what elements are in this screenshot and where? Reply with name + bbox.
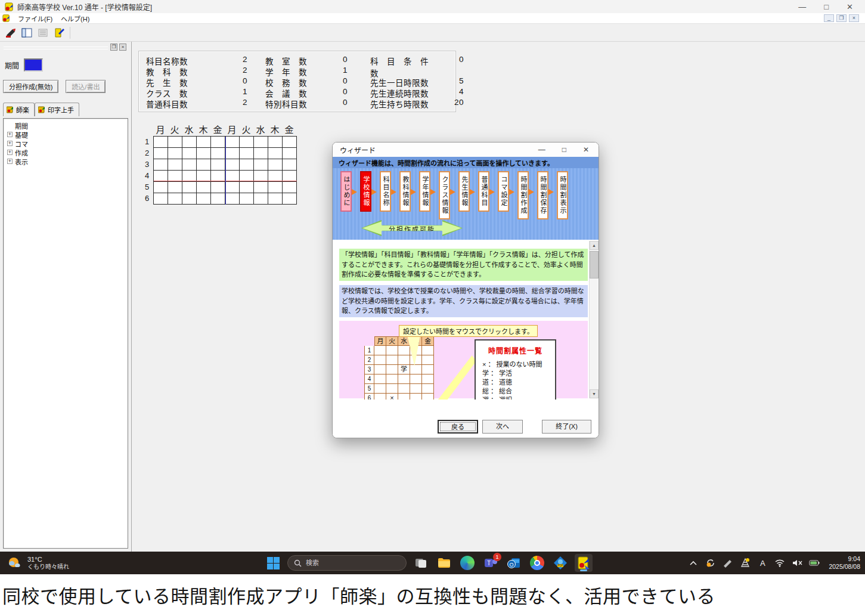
search-input[interactable]	[306, 559, 395, 567]
timetable-cell[interactable]	[225, 159, 240, 171]
timetable-cell[interactable]	[225, 148, 240, 159]
timetable-cell[interactable]	[182, 148, 197, 159]
timetable-cell[interactable]	[254, 148, 268, 159]
volume-muted-icon[interactable]	[792, 558, 802, 568]
period-color-swatch[interactable]	[24, 58, 43, 72]
timetable-cell[interactable]	[182, 159, 197, 171]
share-create-button[interactable]: 分担作成(無効)	[3, 80, 58, 93]
timetable-cell[interactable]	[154, 193, 168, 205]
start-button[interactable]	[264, 554, 282, 572]
tree-expander-icon[interactable]	[7, 159, 13, 164]
tree-expander-icon[interactable]	[7, 141, 13, 146]
chrome-icon[interactable]	[528, 554, 546, 572]
timetable-cell[interactable]	[240, 182, 254, 193]
back-button[interactable]: 戻る	[438, 420, 478, 434]
timetable-cell[interactable]	[211, 137, 225, 148]
wizard-maximize-icon[interactable]: □	[562, 146, 566, 154]
scrollbar-thumb[interactable]	[590, 251, 599, 278]
tree-expander-icon[interactable]	[7, 132, 13, 137]
timetable-cell[interactable]	[211, 193, 225, 205]
timetable-cell[interactable]	[240, 159, 254, 171]
timetable-cell[interactable]	[182, 182, 197, 193]
panel-grip[interactable]	[4, 47, 108, 51]
timetable-cell[interactable]	[283, 159, 297, 171]
shigaku-app-icon[interactable]	[575, 554, 593, 572]
tree-item[interactable]: 表示	[5, 157, 126, 166]
wifi-icon[interactable]	[774, 558, 785, 568]
wizard-title-bar[interactable]: ウィザード — □ ✕	[333, 143, 599, 157]
tree-item[interactable]: コマ	[5, 139, 126, 148]
timetable-cell[interactable]	[254, 182, 268, 193]
taskbar-clock[interactable]: 9:04 2025/08/08	[826, 555, 860, 571]
mdi-restore-icon[interactable]: ❐	[836, 14, 847, 22]
ime-mode-indicator[interactable]: A	[757, 558, 768, 568]
close-icon[interactable]: ✕	[847, 2, 853, 11]
timetable-cell[interactable]	[268, 182, 283, 193]
timetable-cell[interactable]	[197, 137, 211, 148]
timetable-cell[interactable]	[240, 137, 254, 148]
timetable-cell[interactable]	[197, 148, 211, 159]
menu-file[interactable]: ファイル(F)	[14, 14, 57, 23]
timetable-cell[interactable]	[225, 193, 240, 205]
timetable-cell[interactable]	[168, 193, 182, 205]
wizard-close-icon[interactable]: ✕	[583, 146, 589, 154]
list-view-icon[interactable]	[35, 26, 50, 40]
stamp-tool-icon[interactable]	[3, 26, 18, 40]
teams-icon[interactable]: T 1	[482, 554, 500, 572]
timetable-cell[interactable]	[182, 193, 197, 205]
timetable-cell[interactable]	[154, 137, 168, 148]
edit-note-icon[interactable]	[51, 26, 66, 40]
pdf-app-icon[interactable]: PDF	[551, 554, 569, 572]
timetable-cell[interactable]	[240, 148, 254, 159]
wizard-scrollbar[interactable]: ▲ ▼	[589, 241, 598, 398]
notification-app-icon[interactable]	[740, 558, 751, 568]
timetable-cell[interactable]	[197, 193, 211, 205]
timetable-cell[interactable]	[168, 159, 182, 171]
timetable-cell[interactable]	[211, 159, 225, 171]
file-explorer-icon[interactable]	[435, 554, 453, 572]
timetable-cell[interactable]	[283, 148, 297, 159]
timetable-cell[interactable]	[254, 137, 268, 148]
timetable-cell[interactable]	[182, 137, 197, 148]
outlook-icon[interactable]: O	[505, 554, 523, 572]
scroll-up-icon[interactable]: ▲	[590, 241, 599, 250]
timetable-cell[interactable]	[154, 182, 168, 193]
timetable-cell[interactable]	[268, 193, 283, 205]
tree-expander-icon[interactable]	[7, 150, 13, 155]
timetable-cell[interactable]	[225, 137, 240, 148]
panel-tab[interactable]: 印字上手	[35, 103, 79, 116]
timetable-cell[interactable]	[254, 193, 268, 205]
mdi-minimize-icon[interactable]: _	[824, 14, 834, 22]
pen-tool-icon[interactable]	[723, 558, 733, 568]
exit-button[interactable]: 終了(X)	[542, 420, 591, 434]
weather-widget[interactable]: 31°C くもり時々晴れ	[0, 555, 119, 571]
timetable-cell[interactable]	[225, 182, 240, 193]
timetable-cell[interactable]	[211, 148, 225, 159]
timetable-cell[interactable]	[268, 148, 283, 159]
tray-expand-icon[interactable]	[688, 558, 699, 568]
battery-icon[interactable]	[809, 558, 820, 568]
maximize-icon[interactable]: □	[824, 2, 829, 11]
minimize-icon[interactable]: —	[798, 2, 806, 11]
sync-icon[interactable]	[705, 558, 716, 568]
timetable-cell[interactable]	[168, 148, 182, 159]
timetable-cell[interactable]	[268, 159, 283, 171]
mdi-close-icon[interactable]: ×	[849, 14, 859, 22]
panel-tab[interactable]: 師楽	[3, 103, 35, 116]
task-view-icon[interactable]	[412, 554, 430, 572]
timetable-cell[interactable]	[254, 159, 268, 171]
next-button[interactable]: 次へ	[482, 420, 523, 434]
timetable-cell[interactable]	[197, 182, 211, 193]
tree-item[interactable]: 作成	[5, 148, 126, 157]
menu-help[interactable]: ヘルプ(H)	[57, 14, 94, 23]
panel-close-icon[interactable]: ×	[119, 44, 126, 51]
tree-item[interactable]: 基礎	[5, 130, 126, 139]
timetable-cell[interactable]	[283, 193, 297, 205]
tree-item[interactable]: 期間	[5, 121, 126, 130]
scroll-down-icon[interactable]: ▼	[590, 389, 599, 398]
edge-icon[interactable]	[458, 554, 476, 572]
timetable-cell[interactable]	[154, 148, 168, 159]
timetable-cell[interactable]	[283, 182, 297, 193]
wizard-minimize-icon[interactable]: —	[538, 146, 545, 154]
window-layout-icon[interactable]	[19, 26, 34, 40]
